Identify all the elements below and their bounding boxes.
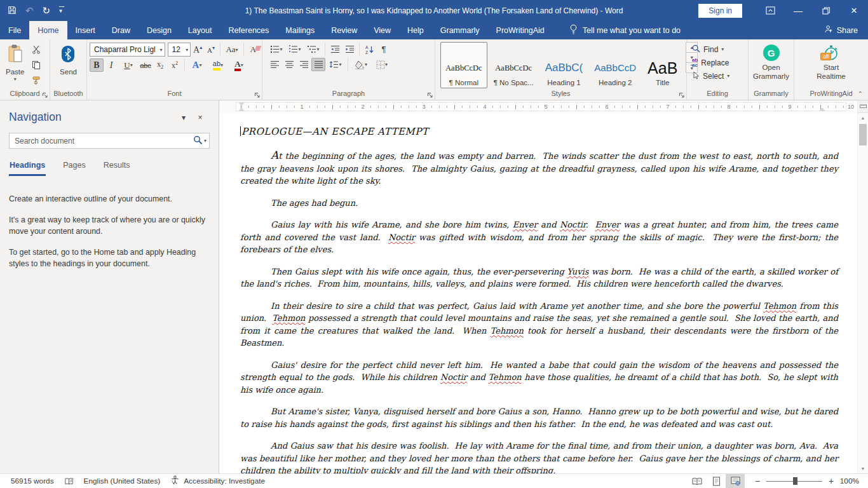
tab-design[interactable]: Design [139, 21, 180, 39]
hanging-indent-marker[interactable] [238, 107, 245, 111]
font-size-select[interactable]: 12▾ [168, 43, 191, 57]
tab-view[interactable]: View [365, 21, 399, 39]
ruler-toggle-icon[interactable] [858, 100, 868, 113]
bold-button[interactable]: B [90, 58, 104, 72]
read-mode-view-icon[interactable] [688, 474, 707, 488]
customize-quick-access-icon[interactable]: ▾ [59, 6, 64, 14]
ruler-strip[interactable]: 12345678910 [236, 102, 846, 111]
sort-icon[interactable]: AZ [362, 43, 376, 56]
paste-button[interactable]: Paste ▾ [3, 43, 27, 84]
document-page[interactable]: PROLOGUE—AN ESCAPE ATTEMPT At the beginn… [219, 113, 868, 473]
ribbon-display-options-icon[interactable] [756, 0, 784, 21]
navigation-close-icon[interactable]: × [192, 113, 208, 122]
bullets-icon[interactable]: ▾ [268, 43, 285, 56]
nav-tab-results[interactable]: Results [103, 158, 131, 176]
redo-icon[interactable]: ↻ [43, 6, 51, 15]
multilevel-list-icon[interactable]: ▾ [304, 43, 322, 56]
change-case-icon[interactable]: Aa▾ [223, 43, 241, 57]
format-painter-icon[interactable] [29, 73, 43, 86]
right-indent-marker[interactable] [819, 107, 825, 111]
tab-prowritingaid[interactable]: ProWritingAid [488, 21, 553, 39]
line-spacing-icon[interactable]: ▾ [326, 58, 345, 71]
styles-dialog-launcher-icon[interactable] [678, 91, 685, 98]
tab-insert[interactable]: Insert [67, 21, 104, 39]
align-center-icon[interactable] [282, 58, 296, 71]
underline-button[interactable]: U▾ [119, 58, 138, 72]
style-title[interactable]: AaB Title [642, 42, 682, 88]
font-color-icon[interactable]: A▾ [229, 58, 248, 72]
scroll-up-arrow[interactable]: ▲ [858, 113, 868, 123]
search-magnifier-icon[interactable] [193, 135, 203, 147]
share-button[interactable]: Share [824, 21, 868, 39]
tab-file[interactable]: File [0, 21, 29, 39]
word-count[interactable]: 56915 words [11, 477, 54, 485]
decrease-indent-icon[interactable] [328, 43, 342, 56]
language-status[interactable]: English (United States) [84, 477, 161, 485]
nav-tab-pages[interactable]: Pages [62, 158, 86, 176]
scroll-down-arrow[interactable]: ▼ [858, 464, 868, 473]
accessibility-status[interactable]: Accessibility: Investigate [170, 475, 265, 487]
italic-button[interactable]: I [104, 58, 118, 72]
tab-grammarly[interactable]: Grammarly [432, 21, 488, 39]
clear-formatting-icon[interactable]: A [247, 43, 259, 57]
show-paragraph-marks-icon[interactable]: ¶ [377, 43, 391, 56]
print-layout-view-icon[interactable] [707, 474, 726, 488]
clipboard-dialog-launcher-icon[interactable] [41, 91, 48, 98]
highlight-color-icon[interactable]: ab▾ [207, 58, 229, 72]
nav-tab-headings[interactable]: Headings [9, 158, 46, 176]
search-input[interactable] [10, 137, 193, 146]
scrollbar-thumb[interactable] [859, 124, 867, 146]
superscript-icon[interactable]: x2 [168, 58, 182, 72]
zoom-out-button[interactable]: − [754, 476, 761, 486]
zoom-level[interactable]: 100% [835, 477, 859, 485]
tell-me-box[interactable]: Tell me what you want to do [569, 21, 681, 39]
minimize-button[interactable]: — [784, 0, 812, 21]
restore-button[interactable] [812, 0, 840, 21]
ruler[interactable]: 12345678910 [219, 100, 868, 113]
align-right-icon[interactable] [297, 58, 311, 71]
zoom-in-button[interactable]: + [827, 476, 835, 486]
style-heading-1[interactable]: AaBbC( Heading 1 [540, 42, 588, 88]
paragraph-dialog-launcher-icon[interactable] [426, 91, 433, 98]
select-button[interactable]: Select▾ [689, 69, 745, 83]
open-grammarly-button[interactable]: G OpenGrammarly [750, 43, 792, 88]
style-no-spacing[interactable]: AaBbCcDc ¶ No Spac... [489, 42, 539, 88]
tab-help[interactable]: Help [399, 21, 432, 39]
font-dialog-launcher-icon[interactable] [254, 91, 261, 98]
web-layout-view-icon[interactable] [726, 474, 745, 488]
borders-icon[interactable]: ▾ [372, 58, 392, 71]
tab-layout[interactable]: Layout [180, 21, 220, 39]
first-line-indent-marker[interactable] [238, 102, 245, 106]
replace-button[interactable]: abac Replace [689, 56, 745, 69]
start-realtime-button[interactable]: off StartRealtime [813, 43, 848, 88]
cut-icon[interactable] [29, 43, 43, 56]
search-options-chevron-icon[interactable]: ▾ [204, 138, 207, 144]
zoom-slider[interactable] [766, 477, 822, 485]
sign-in-button[interactable]: Sign in [698, 4, 742, 18]
find-button[interactable]: Find▾ [689, 43, 745, 56]
justify-icon[interactable] [311, 58, 325, 71]
tab-references[interactable]: References [220, 21, 277, 39]
text-effects-icon[interactable]: A▾ [187, 58, 207, 72]
subscript-icon[interactable]: x2 [153, 58, 167, 72]
tab-home[interactable]: Home [29, 21, 67, 39]
tab-mailings[interactable]: Mailings [277, 21, 323, 39]
shrink-font-icon[interactable]: A▾ [205, 43, 217, 57]
style-normal[interactable]: AaBbCcDc ¶ Normal [440, 42, 487, 88]
numbering-icon[interactable]: ▾ [286, 43, 304, 56]
font-name-select[interactable]: Chaparral Pro Ligl▾ [90, 43, 165, 57]
copy-icon[interactable] [29, 58, 43, 71]
tab-draw[interactable]: Draw [104, 21, 139, 39]
increase-indent-icon[interactable] [342, 43, 356, 56]
style-heading-2[interactable]: AaBbCcD Heading 2 [589, 42, 641, 88]
save-icon[interactable] [8, 6, 17, 16]
zoom-slider-thumb[interactable] [793, 477, 797, 485]
close-button[interactable]: × [840, 0, 868, 21]
grow-font-icon[interactable]: A▴ [191, 43, 204, 57]
strikethrough-icon[interactable]: abc [139, 58, 153, 72]
proofing-status-icon[interactable] [64, 477, 74, 486]
navigation-options-chevron-icon[interactable]: ▾ [175, 113, 192, 122]
collapse-ribbon-icon[interactable]: ⌃ [858, 90, 863, 97]
tab-review[interactable]: Review [323, 21, 365, 39]
scrollbar-track[interactable] [858, 147, 868, 464]
